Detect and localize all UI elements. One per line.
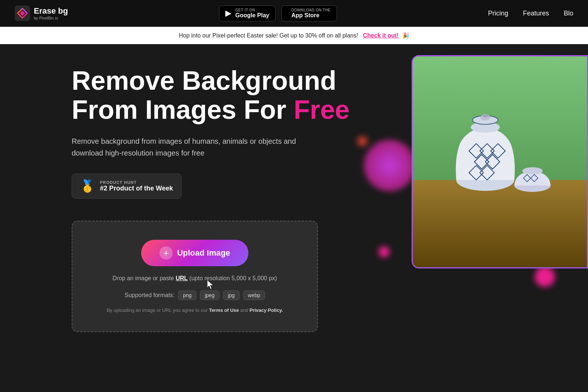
product-hunt-badge: 🥇 PRODUCT HUNT #2 Product of the Week [72,174,182,199]
svg-point-7 [483,114,488,118]
promo-text: Hop into our Pixel-perfect Easter sale! … [179,32,358,39]
blob-large-pink [364,140,415,191]
hero-image-panel [382,44,588,360]
pottery-svg [413,56,587,267]
svg-rect-2 [413,180,587,267]
nav-links: Pricing Features Blo [488,10,573,17]
logo-title: Erase bg [34,6,68,16]
nav-features[interactable]: Features [523,10,549,17]
upload-button[interactable]: + Upload Image [141,240,248,266]
promo-cta[interactable]: Check it out! [363,32,399,39]
pottery-background [413,56,587,267]
logo-icon [15,6,30,21]
blob-pink-bottom [535,267,555,287]
upload-dropzone[interactable]: + Upload Image Drop an image or paste UR… [72,221,318,332]
terms-link[interactable]: Terms of Use [209,307,239,313]
nav-pricing[interactable]: Pricing [488,10,508,17]
supported-formats: Supported formats: png jpeg jpg webp [87,291,302,300]
hero-description: Remove background from images of humans,… [72,135,314,159]
blob-red [357,136,368,146]
drop-url-link[interactable]: URL [176,275,188,281]
format-webp: webp [243,291,265,300]
svg-point-9 [522,167,542,175]
legal-and: and [239,307,250,313]
app-store-badge[interactable]: Download on the App Store [282,6,337,21]
hero-product-image [412,55,588,268]
upload-btn-label: Upload Image [177,248,230,258]
google-play-small: GET IT ON [235,8,269,12]
format-png: png [178,291,196,300]
promo-banner: Hop into our Pixel-perfect Easter sale! … [0,27,588,44]
hero-title: Remove Background From Images For Free [72,66,349,124]
hero-section: Remove Background From Images For Free R… [0,44,588,360]
drop-text-after: (upto resolution 5,000 x 5,000 px) [188,275,277,281]
google-play-text: GET IT ON Google Play [235,8,269,19]
hero-title-line2: From Images For [72,95,294,124]
ph-title: #2 Product of the Week [100,185,173,192]
ph-label: PRODUCT HUNT [100,180,173,185]
ph-text: PRODUCT HUNT #2 Product of the Week [100,180,173,192]
app-store-small: Download on the [291,8,331,12]
logo-subtitle: by PixelBin.io [34,16,68,20]
logo-area: Erase bg by PixelBin.io [15,6,68,21]
google-play-badge[interactable]: ▶ GET IT ON Google Play [219,6,275,21]
drop-text: Drop an image or paste URL (upto resolut… [87,275,302,282]
hero-title-line1: Remove Background [72,66,336,95]
blob-pink-small [379,246,390,257]
privacy-link[interactable]: Privacy Policy. [250,307,283,313]
app-store-text: Download on the App Store [291,8,331,19]
formats-label: Supported formats: [125,292,175,299]
hero-title-free: Free [294,95,349,124]
google-play-icon: ▶ [225,8,232,18]
legal-text-before: By uploading an image or URL you agree t… [107,307,209,313]
promo-emoji: 🎉 [402,32,409,39]
upload-plus-icon: + [159,246,173,260]
nav-blog[interactable]: Blo [564,10,573,17]
navbar: Erase bg by PixelBin.io ▶ GET IT ON Goog… [0,0,588,27]
logo-text: Erase bg by PixelBin.io [34,6,68,20]
drop-text-before: Drop an image or paste [112,275,176,281]
store-badges: ▶ GET IT ON Google Play Download on the … [219,6,337,21]
format-jpeg: jpeg [200,291,219,300]
app-store-name: App Store [291,12,331,19]
legal-text: By uploading an image or URL you agree t… [87,307,302,313]
hero-content: Remove Background From Images For Free R… [72,66,349,332]
google-play-name: Google Play [235,12,269,19]
ph-medal-icon: 🥇 [80,179,95,193]
format-jpg: jpg [223,291,240,300]
